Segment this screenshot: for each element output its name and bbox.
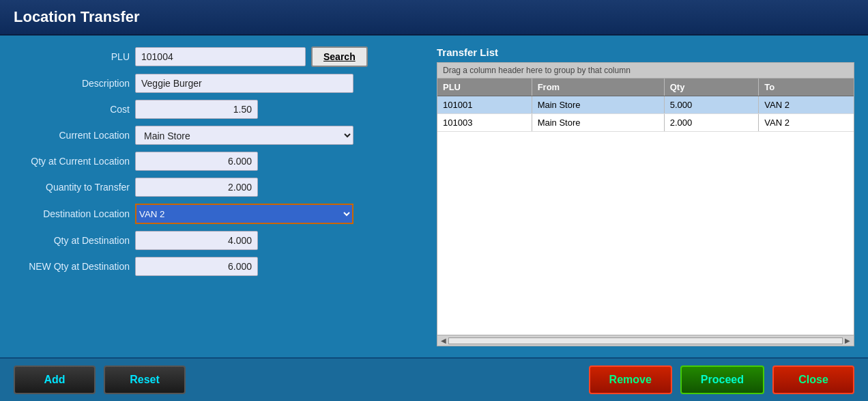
right-panel: Transfer List Drag a column header here … [437,46,854,346]
new-qty-dest-row: NEW Qty at Destination [14,257,423,276]
description-label: Description [14,78,130,89]
col-qty: Qty [665,79,760,96]
cell-to: VAN 2 [759,96,854,113]
current-location-select[interactable]: Main Store [135,126,353,145]
dest-location-select[interactable]: VAN 2 [135,204,353,224]
col-from: From [532,79,665,96]
qty-dest-input[interactable] [135,231,258,250]
footer-left: Add Reset [14,365,186,394]
col-plu: PLU [437,79,532,96]
scrollbar-area[interactable]: ◀ ▶ [437,335,854,346]
close-button[interactable]: Close [772,365,854,394]
cell-qty: 5.000 [665,96,760,113]
reset-button[interactable]: Reset [104,365,186,394]
table-body: 101001Main Store5.000VAN 2101003Main Sto… [437,96,854,335]
plu-input[interactable] [135,47,306,66]
left-panel: PLU Search Description Cost Current Loca… [14,46,423,346]
title-bar: Location Transfer [0,0,868,36]
qty-current-input[interactable] [135,152,258,171]
add-button[interactable]: Add [14,365,96,394]
cost-label: Cost [14,104,130,115]
description-row: Description [14,74,423,93]
transfer-table-container: Drag a column header here to group by th… [437,62,854,346]
proceed-button[interactable]: Proceed [680,365,764,394]
qty-transfer-input[interactable] [135,178,258,197]
current-location-row: Current Location Main Store [14,126,423,145]
plu-row: PLU Search [14,46,423,67]
new-qty-dest-input[interactable] [135,257,258,276]
cell-from: Main Store [532,96,665,113]
footer: Add Reset Remove Proceed Close [0,357,868,401]
plu-label: PLU [14,51,130,62]
scroll-right-arrow[interactable]: ▶ [843,337,852,344]
main-content: PLU Search Description Cost Current Loca… [0,36,868,357]
remove-button[interactable]: Remove [589,365,672,394]
cell-plu: 101001 [437,96,532,113]
table-header: PLU From Qty To [437,79,854,96]
qty-current-row: Qty at Current Location [14,152,423,171]
qty-transfer-row: Quantity to Transfer [14,178,423,197]
scrollbar-track[interactable] [448,337,843,344]
page-title: Location Transfer [14,8,140,25]
scroll-left-arrow[interactable]: ◀ [439,337,448,344]
cell-from: Main Store [532,114,665,131]
drag-hint: Drag a column header here to group by th… [437,63,854,79]
qty-transfer-label: Quantity to Transfer [14,182,130,193]
cell-plu: 101003 [437,114,532,131]
cell-to: VAN 2 [759,114,854,131]
dest-location-label: Destination Location [14,208,130,219]
table-row[interactable]: 101001Main Store5.000VAN 2 [437,96,854,114]
current-location-label: Current Location [14,130,130,141]
search-button[interactable]: Search [311,46,368,67]
cost-input[interactable] [135,100,258,119]
footer-right: Remove Proceed Close [589,365,854,394]
qty-current-label: Qty at Current Location [14,156,130,167]
qty-dest-row: Qty at Destination [14,231,423,250]
dest-location-row: Destination Location VAN 2 [14,204,423,224]
cell-qty: 2.000 [665,114,760,131]
col-to: To [759,79,854,96]
table-row[interactable]: 101003Main Store2.000VAN 2 [437,114,854,132]
cost-row: Cost [14,100,423,119]
qty-dest-label: Qty at Destination [14,235,130,246]
transfer-list-title: Transfer List [437,46,854,58]
new-qty-dest-label: NEW Qty at Destination [14,261,130,272]
description-input[interactable] [135,74,353,93]
